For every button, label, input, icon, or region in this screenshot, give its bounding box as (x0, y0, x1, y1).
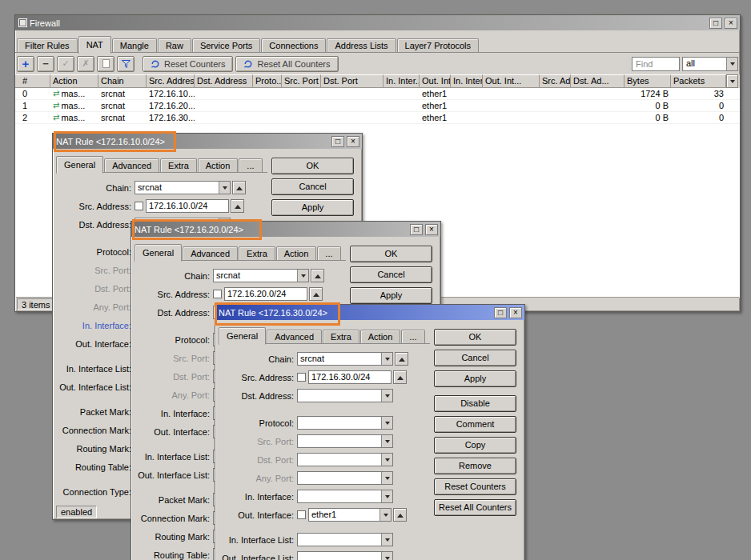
reset-counters-button[interactable]: Reset Counters (434, 478, 516, 495)
tab-action[interactable]: Action (198, 158, 239, 173)
src-address-not-checkbox[interactable] (213, 290, 222, 298)
tab-advanced[interactable]: Advanced (183, 246, 238, 261)
apply-button[interactable]: Apply (271, 199, 354, 216)
reset-all-counters-button[interactable]: Reset All Counters (434, 499, 516, 516)
src-address-not-checkbox[interactable] (135, 202, 143, 210)
tab-extra[interactable]: Extra (239, 246, 275, 261)
src-port-select[interactable] (297, 434, 393, 448)
chevron-up-button[interactable] (393, 508, 407, 522)
tab-address-lists[interactable]: Address Lists (327, 38, 396, 53)
firewall-titlebar[interactable]: Firewall □ × (15, 15, 740, 30)
comment-button[interactable]: Comment (434, 416, 516, 433)
tab-service-ports[interactable]: Service Ports (192, 38, 260, 53)
out-interface-list-select[interactable] (297, 551, 393, 560)
remove-button[interactable]: Remove (434, 458, 516, 474)
chevron-down-icon[interactable] (381, 472, 392, 484)
table-row[interactable]: 0 ⇄mas... srcnat 172.16.10... ether1 172… (15, 88, 740, 100)
col-header-protocol[interactable]: Proto... (253, 74, 282, 88)
table-row[interactable]: 2 ⇄mas... srcnat 172.16.30... ether1 0 B… (15, 112, 740, 124)
col-header-chain[interactable]: Chain (98, 74, 147, 88)
col-header-dst-address-list[interactable]: Dst. Ad... (571, 74, 624, 88)
filter-scope-select[interactable]: all (682, 57, 738, 71)
find-input[interactable]: Find (632, 57, 680, 71)
chevron-up-button[interactable] (231, 199, 244, 213)
tab-action[interactable]: Action (360, 330, 401, 344)
reset-all-counters-button[interactable]: Reset All Counters (235, 56, 338, 72)
dialog-titlebar[interactable]: NAT Rule <172.16.30.0/24> □ × (215, 305, 524, 320)
chevron-down-icon[interactable] (297, 270, 308, 282)
tab-advanced[interactable]: Advanced (104, 158, 159, 173)
tab-mangle[interactable]: Mangle (112, 38, 157, 53)
tab-connections[interactable]: Connections (261, 38, 326, 53)
cancel-button[interactable]: Cancel (350, 266, 432, 283)
chevron-down-icon[interactable] (381, 552, 392, 560)
col-header-out-interface-list[interactable]: Out. Int... (483, 74, 540, 88)
col-header-number[interactable]: # (15, 74, 50, 88)
disable-button[interactable]: Disable (434, 395, 516, 412)
dst-port-select[interactable] (297, 453, 393, 466)
tab-filter-rules[interactable]: Filter Rules (17, 38, 78, 53)
src-address-input[interactable]: 172.16.20.0/24 (224, 287, 307, 301)
tab-more[interactable]: ... (401, 330, 424, 344)
src-address-not-checkbox[interactable] (297, 373, 306, 382)
ok-button[interactable]: OK (434, 329, 516, 346)
chevron-down-icon[interactable] (381, 417, 392, 429)
chevron-up-button[interactable] (393, 370, 407, 384)
tab-more[interactable]: ... (317, 246, 340, 261)
close-icon[interactable]: × (425, 224, 438, 235)
maximize-icon[interactable]: □ (331, 136, 344, 147)
enable-button[interactable]: ✓ (57, 56, 74, 72)
in-interface-list-select[interactable] (297, 533, 393, 546)
add-button[interactable]: + (17, 56, 34, 72)
disable-button[interactable]: ✗ (77, 56, 94, 72)
col-header-action[interactable]: Action (50, 74, 98, 88)
col-header-bytes[interactable]: Bytes (624, 74, 671, 88)
maximize-icon[interactable]: □ (709, 18, 722, 29)
col-header-out-interface[interactable]: Out. Int... (420, 74, 451, 88)
dialog-titlebar[interactable]: NAT Rule <172.16.20.0/24> □ × (131, 222, 440, 237)
dst-address-select[interactable] (297, 389, 393, 402)
chevron-down-icon[interactable] (381, 454, 392, 466)
chevron-up-button[interactable] (232, 181, 246, 194)
copy-button[interactable]: Copy (434, 437, 516, 454)
tab-more[interactable]: ... (239, 158, 262, 173)
ok-button[interactable]: OK (271, 158, 354, 174)
chevron-down-icon[interactable] (381, 435, 392, 447)
chevron-down-icon[interactable] (381, 490, 392, 502)
close-icon[interactable]: × (347, 136, 359, 147)
src-address-input[interactable]: 172.16.10.0/24 (146, 199, 229, 213)
col-header-dst-port[interactable]: Dst. Port (321, 74, 384, 88)
cancel-button[interactable]: Cancel (271, 178, 354, 195)
filter-button[interactable] (117, 56, 135, 72)
tab-action[interactable]: Action (276, 246, 317, 261)
chain-select[interactable]: srcnat (297, 352, 393, 366)
col-header-src-port[interactable]: Src. Port (282, 74, 321, 88)
chevron-down-icon[interactable] (726, 58, 737, 70)
chain-select[interactable]: srcnat (213, 269, 309, 282)
tab-layer7-protocols[interactable]: Layer7 Protocols (397, 38, 480, 53)
chevron-down-icon[interactable] (219, 182, 230, 194)
tab-general[interactable]: General (135, 244, 182, 262)
col-header-packets[interactable]: Packets (671, 74, 726, 88)
col-header-src-address[interactable]: Src. Address (147, 74, 195, 88)
chevron-up-button[interactable] (311, 269, 324, 282)
protocol-select[interactable] (297, 416, 393, 430)
maximize-icon[interactable]: □ (494, 307, 507, 318)
tab-general[interactable]: General (56, 156, 103, 174)
chevron-up-button[interactable] (309, 287, 323, 301)
tab-extra[interactable]: Extra (323, 330, 359, 344)
chevron-down-icon[interactable] (380, 509, 391, 521)
out-interface-not-checkbox[interactable] (297, 510, 306, 519)
column-select-button[interactable] (726, 74, 738, 88)
out-interface-select[interactable]: ether1 (308, 508, 392, 522)
dialog-titlebar[interactable]: NAT Rule <172.16.10.0/24> □ × (53, 134, 362, 149)
chevron-down-icon[interactable] (381, 353, 392, 365)
maximize-icon[interactable]: □ (410, 224, 423, 235)
src-address-input[interactable]: 172.16.30.0/24 (308, 370, 392, 384)
reset-counters-button[interactable]: Reset Counters (143, 56, 233, 72)
tab-advanced[interactable]: Advanced (267, 330, 322, 344)
col-header-src-address-list[interactable]: Src. Ad... (540, 74, 571, 88)
remove-button[interactable]: − (37, 56, 54, 72)
close-icon[interactable]: × (725, 18, 737, 29)
apply-button[interactable]: Apply (434, 370, 516, 387)
